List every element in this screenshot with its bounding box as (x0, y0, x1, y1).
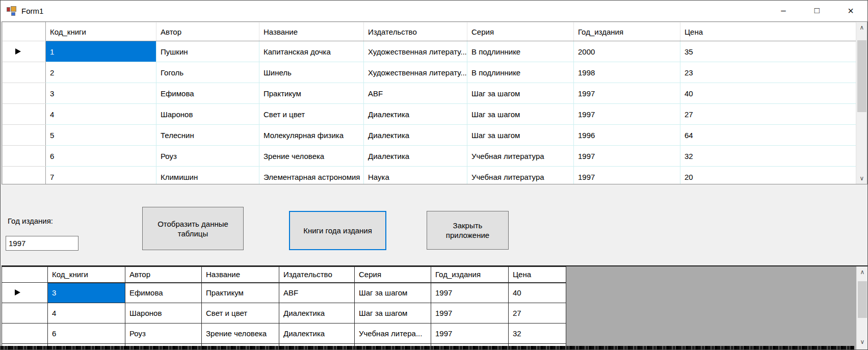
cell[interactable]: Художественная литерату... (364, 41, 467, 62)
cell[interactable]: Шаг за шагом (467, 125, 574, 146)
scroll-down-icon[interactable]: ∨ (857, 336, 867, 347)
maximize-button[interactable]: □ (800, 1, 834, 21)
column-header[interactable]: Серия (355, 267, 431, 283)
cell[interactable]: 27 (680, 104, 857, 125)
cell[interactable]: 4 (48, 303, 125, 324)
cell[interactable]: Ефимова (156, 83, 259, 104)
scrollbar-thumb[interactable] (858, 281, 867, 318)
row-header-column[interactable] (3, 22, 46, 41)
year-input[interactable] (6, 236, 78, 251)
cell[interactable]: Наука (364, 167, 467, 185)
cell[interactable]: Элементарная астрономия (259, 167, 364, 185)
column-header[interactable]: Код_книги (46, 22, 156, 41)
column-header[interactable]: Название (259, 22, 364, 41)
cell[interactable]: Свет и цвет (259, 104, 364, 125)
row-header[interactable] (2, 324, 48, 344)
cell[interactable]: Гоголь (156, 62, 259, 83)
cell[interactable]: Ефимова (125, 283, 202, 303)
cell[interactable]: 3 (46, 83, 156, 104)
row-header[interactable] (3, 83, 46, 104)
column-header[interactable]: Название (202, 267, 279, 283)
cell[interactable]: 1997 (431, 283, 509, 303)
cell[interactable]: Роуз (125, 324, 202, 344)
scrollbar-thumb[interactable] (857, 40, 866, 112)
filtered-grid-scrollbar[interactable]: ∧ ∨ (856, 266, 867, 350)
cell[interactable]: 6 (48, 324, 125, 344)
column-header[interactable]: Цена (680, 22, 857, 41)
minimize-button[interactable]: – (767, 1, 800, 21)
cell[interactable]: Учебная литература (467, 167, 574, 185)
scroll-up-icon[interactable]: ∧ (856, 22, 867, 33)
books-by-year-button[interactable]: Книги года издания (289, 211, 386, 250)
cell[interactable]: 2 (46, 62, 156, 83)
cell[interactable]: 5 (46, 125, 156, 146)
cell[interactable]: Шинель (259, 62, 364, 83)
cell[interactable]: Шаг за шагом (467, 104, 574, 125)
row-header-column[interactable] (2, 267, 48, 283)
column-header[interactable]: Цена (509, 267, 566, 283)
cell[interactable]: Капитанская дочка (259, 41, 364, 62)
cell[interactable]: 35 (680, 41, 857, 62)
cell[interactable]: Диалектика (279, 303, 355, 324)
row-header[interactable] (3, 167, 46, 185)
close-button[interactable]: × (834, 1, 867, 21)
cell[interactable]: 3 (48, 283, 125, 303)
cell[interactable]: Шаронов (156, 104, 259, 125)
cell[interactable]: 6 (46, 146, 156, 167)
cell[interactable]: 1996 (574, 125, 680, 146)
cell[interactable]: Шаг за шагом (355, 283, 431, 303)
cell[interactable]: 1997 (431, 303, 509, 324)
row-header[interactable] (3, 62, 46, 83)
cell[interactable]: 1998 (574, 62, 680, 83)
cell[interactable]: 7 (46, 167, 156, 185)
cell[interactable]: 1997 (574, 146, 680, 167)
row-header[interactable] (3, 125, 46, 146)
cell[interactable]: Шаронов (125, 303, 202, 324)
cell[interactable]: 1 (46, 41, 156, 62)
close-app-button[interactable]: Закрыть приложение (427, 211, 509, 250)
cell[interactable]: ABF (279, 283, 355, 303)
row-header[interactable] (2, 283, 48, 303)
cell[interactable]: Зрение человека (202, 324, 279, 344)
cell[interactable]: Пушкин (156, 41, 259, 62)
show-table-button[interactable]: Отобразить данные таблицы (142, 207, 244, 250)
cell[interactable]: 40 (680, 83, 857, 104)
column-header[interactable]: Автор (156, 22, 259, 41)
cell[interactable]: 32 (509, 324, 566, 344)
column-header[interactable]: Издательство (279, 267, 355, 283)
cell[interactable]: Молекулярная физика (259, 125, 364, 146)
cell[interactable]: 1997 (574, 167, 680, 185)
cell[interactable]: 1997 (431, 324, 509, 344)
cell[interactable]: Шаг за шагом (355, 303, 431, 324)
cell[interactable]: Климишин (156, 167, 259, 185)
cell[interactable]: Шаг за шагом (467, 83, 574, 104)
cell[interactable]: Диалектика (364, 146, 467, 167)
column-header[interactable]: Автор (125, 267, 202, 283)
column-header[interactable]: Код_книги (48, 267, 125, 283)
cell[interactable]: Учебная литература (467, 146, 574, 167)
cell[interactable]: 1997 (574, 104, 680, 125)
cell[interactable]: 64 (680, 125, 857, 146)
row-header[interactable] (3, 104, 46, 125)
row-header[interactable] (3, 146, 46, 167)
cell[interactable]: 40 (509, 283, 566, 303)
cell[interactable]: В подлиннике (467, 62, 574, 83)
column-header[interactable]: Год_издания (431, 267, 509, 283)
cell[interactable]: Свет и цвет (202, 303, 279, 324)
cell[interactable]: 23 (680, 62, 857, 83)
cell[interactable]: Телеснин (156, 125, 259, 146)
cell[interactable]: 4 (46, 104, 156, 125)
column-header[interactable]: Издательство (364, 22, 467, 41)
column-header[interactable]: Год_издания (574, 22, 680, 41)
cell[interactable]: 1997 (574, 83, 680, 104)
cell[interactable]: Роуз (156, 146, 259, 167)
cell[interactable]: Зрение человека (259, 146, 364, 167)
books-grid-scrollbar[interactable]: ∧ ∨ (856, 22, 867, 184)
cell[interactable]: ABF (364, 83, 467, 104)
cell[interactable]: Диалектика (364, 104, 467, 125)
scroll-down-icon[interactable]: ∨ (856, 173, 867, 184)
cell[interactable]: Практикум (202, 283, 279, 303)
row-header[interactable] (3, 41, 46, 62)
cell[interactable]: 2000 (574, 41, 680, 62)
row-header[interactable] (2, 303, 48, 324)
